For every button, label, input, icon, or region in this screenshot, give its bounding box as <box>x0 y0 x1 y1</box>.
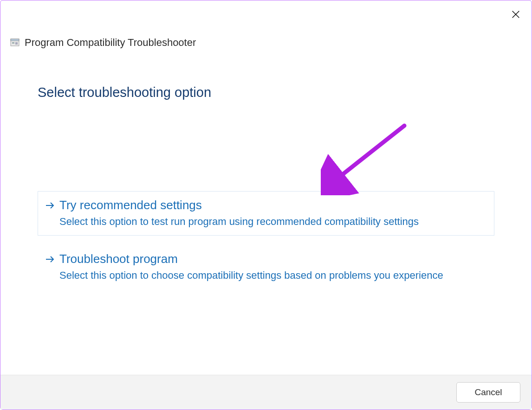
option-try-recommended[interactable]: Try recommended settings Select this opt… <box>38 191 494 236</box>
svg-rect-5 <box>15 42 18 45</box>
arrow-right-icon <box>45 254 56 265</box>
window-header: Program Compatibility Troubleshooter <box>0 0 532 49</box>
close-button[interactable] <box>509 8 522 21</box>
svg-rect-4 <box>12 42 14 44</box>
troubleshooter-dialog: Program Compatibility Troubleshooter Sel… <box>0 0 532 410</box>
option-description: Select this option to choose compatibili… <box>59 269 487 282</box>
content-area: Select troubleshooting option Try recomm… <box>0 49 532 375</box>
arrow-right-icon <box>45 200 56 211</box>
close-icon <box>511 9 521 19</box>
option-description: Select this option to test run program u… <box>59 215 487 229</box>
option-troubleshoot-program[interactable]: Troubleshoot program Select this option … <box>38 245 494 289</box>
window-title: Program Compatibility Troubleshooter <box>25 37 196 49</box>
cancel-button[interactable]: Cancel <box>456 382 520 403</box>
option-title: Troubleshoot program <box>59 252 487 266</box>
option-title: Try recommended settings <box>59 198 487 212</box>
option-text: Troubleshoot program Select this option … <box>59 252 487 282</box>
options-list: Try recommended settings Select this opt… <box>38 191 494 289</box>
page-heading: Select troubleshooting option <box>38 85 494 100</box>
option-text: Try recommended settings Select this opt… <box>59 198 487 229</box>
svg-rect-3 <box>11 39 19 41</box>
dialog-footer: Cancel <box>0 375 532 410</box>
troubleshooter-icon <box>10 38 20 48</box>
